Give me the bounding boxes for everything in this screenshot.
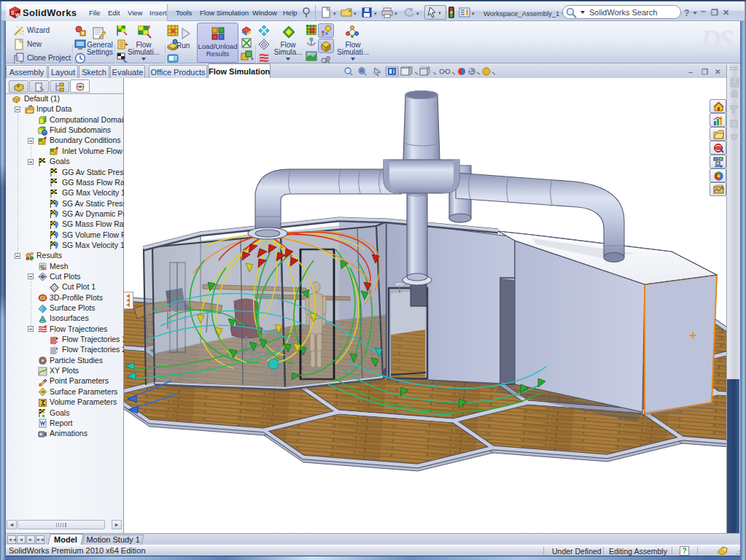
svg-text:W: W (15, 12, 20, 18)
svg-text:S: S (11, 10, 15, 15)
